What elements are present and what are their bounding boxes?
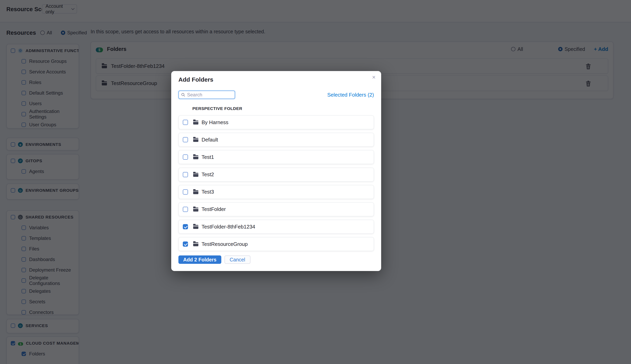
selected-folders-link[interactable]: Selected Folders (2): [327, 92, 374, 98]
modal-row-label: Test1: [202, 154, 214, 160]
modal-folder-row[interactable]: Test3: [178, 185, 374, 199]
modal-row-label: TestFolder-8thFeb1234: [202, 224, 255, 230]
modal-row-checkbox[interactable]: [183, 154, 188, 160]
folder-icon: [193, 225, 198, 229]
folder-icon: [193, 190, 198, 194]
search-box: [178, 90, 235, 99]
modal-folder-row[interactable]: Test1: [178, 150, 374, 164]
perspective-folder-column-header: PERSPECTIVE FOLDER: [192, 106, 242, 111]
search-input[interactable]: [187, 92, 232, 98]
modal-row-label: Default: [202, 137, 218, 143]
modal-folder-row[interactable]: By Harness: [178, 115, 374, 129]
modal-row-checkbox[interactable]: [183, 190, 188, 194]
modal-folder-row[interactable]: Test2: [178, 168, 374, 182]
modal-folder-list: By Harness Default Test1 Test2 Test3 Tes…: [178, 115, 374, 255]
search-icon: [181, 92, 185, 97]
add-folders-modal: Add Folders × Selected Folders (2) PERSP…: [171, 71, 381, 271]
modal-row-label: TestResourceGroup: [202, 241, 248, 247]
folder-icon: [193, 138, 198, 142]
folder-icon: [193, 120, 198, 124]
close-icon[interactable]: ×: [372, 74, 376, 80]
modal-folder-row[interactable]: Default: [178, 133, 374, 147]
cancel-button[interactable]: Cancel: [224, 256, 250, 264]
modal-row-label: Test2: [202, 172, 214, 178]
modal-folder-row[interactable]: TestFolder-8thFeb1234: [178, 220, 374, 234]
folder-icon: [193, 155, 198, 159]
modal-row-label: Test3: [202, 189, 214, 195]
modal-folder-row[interactable]: TestResourceGroup: [178, 237, 374, 251]
modal-row-checkbox[interactable]: [183, 120, 188, 125]
add-folders-button[interactable]: Add 2 Folders: [178, 256, 221, 264]
modal-row-checkbox[interactable]: [183, 242, 188, 247]
modal-row-checkbox[interactable]: [183, 224, 188, 229]
modal-folder-row[interactable]: TestFolder: [178, 202, 374, 216]
modal-row-checkbox[interactable]: [183, 207, 188, 212]
modal-footer: Add 2 Folders Cancel: [178, 256, 250, 264]
folder-icon: [193, 242, 198, 246]
modal-row-checkbox[interactable]: [183, 172, 188, 177]
modal-row-label: TestFolder: [202, 206, 226, 212]
modal-row-checkbox[interactable]: [183, 137, 188, 142]
modal-row-label: By Harness: [202, 119, 228, 126]
page: Resource Scope Account only Resources Al…: [0, 0, 631, 364]
folder-icon: [193, 173, 198, 177]
modal-title: Add Folders: [178, 76, 213, 83]
folder-icon: [193, 208, 198, 212]
